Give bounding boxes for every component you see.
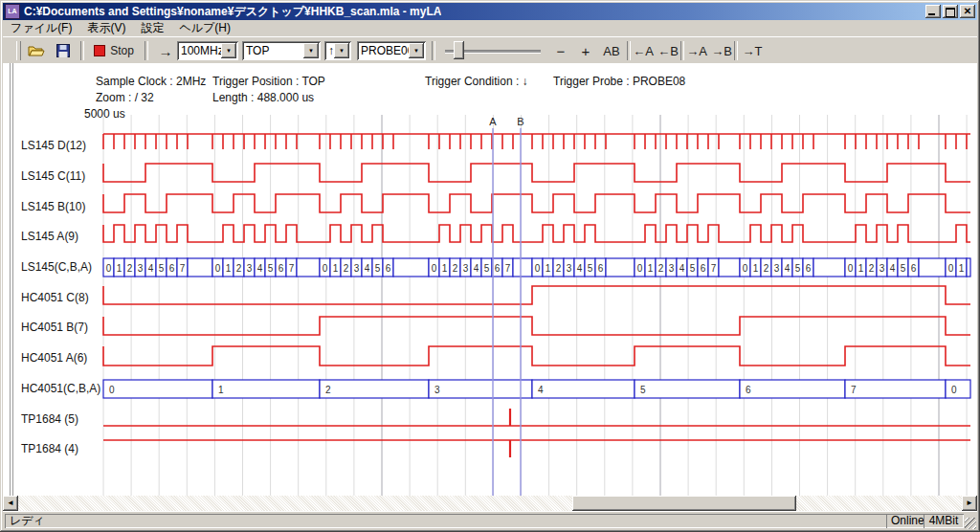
scroll-right-button[interactable]: ► [962, 496, 977, 511]
close-icon: ✕ [964, 6, 971, 16]
toolbar-grip[interactable] [16, 41, 21, 60]
run-button[interactable]: → [152, 40, 179, 61]
zoom-slider-thumb[interactable] [454, 41, 464, 59]
scroll-right-icon: ► [966, 499, 973, 507]
resize-grip[interactable] [965, 518, 976, 529]
set-cursor-a-button[interactable]: →A [684, 40, 709, 61]
minimize-button[interactable] [925, 5, 941, 18]
save-floppy-icon [56, 44, 70, 57]
menu-help[interactable]: ヘルプ(H) [171, 19, 238, 37]
chevron-down-icon[interactable]: ▼ [221, 43, 236, 58]
minimize-icon [928, 13, 935, 15]
title-bar[interactable]: LA C:¥Documents and Settings¥noname¥デスクト… [3, 3, 977, 20]
status-message-panel: レディ [5, 514, 887, 528]
waveform-client-area [3, 63, 977, 496]
zoom-out-button[interactable]: − [550, 40, 571, 61]
set-cursor-b-button[interactable]: →B [709, 40, 734, 61]
time-scale-label: 5000 us [84, 107, 125, 121]
stop-button[interactable]: Stop [88, 40, 140, 61]
status-memory-panel: 4MBit [924, 514, 964, 528]
window-title: C:¥Documents and Settings¥noname¥デスクトップ¥… [24, 4, 441, 20]
goto-cursor-a-button[interactable]: ←A [631, 40, 656, 61]
pane-divider [12, 63, 13, 496]
menu-settings[interactable]: 設定 [133, 19, 171, 37]
toolbar: Stop → 100MHz ▼ TOP ▼ ↑ ▼ PROBE00 ▼ − + … [3, 36, 977, 65]
length-info: Length : 488.000 us [212, 91, 314, 104]
close-button[interactable]: ✕ [960, 5, 975, 18]
save-button[interactable] [52, 40, 75, 61]
trigger-position-value: TOP [242, 44, 303, 57]
trigger-edge-combo[interactable]: ↑ ▼ [324, 41, 351, 60]
status-online-text: Online [891, 514, 924, 527]
sample-clock-combo[interactable]: 100MHz ▼ [177, 41, 238, 60]
open-folder-icon [28, 44, 45, 57]
ab-range-button[interactable]: AB [598, 40, 625, 61]
pane-divider [10, 63, 11, 496]
trigger-edge-value: ↑ [324, 44, 334, 57]
toolbar-separator [145, 41, 148, 60]
stop-label: Stop [110, 44, 134, 57]
maximize-icon [946, 8, 955, 17]
toolbar-separator [734, 41, 738, 60]
trigger-position-info: Trigger Position : TOP [212, 75, 325, 88]
toolbar-separator [432, 41, 435, 60]
app-window: LA C:¥Documents and Settings¥noname¥デスクト… [0, 0, 980, 532]
chevron-down-icon[interactable]: ▼ [303, 43, 319, 58]
scroll-left-button[interactable]: ◄ [3, 496, 18, 511]
horizontal-scrollbar[interactable]: ◄ ► [3, 496, 977, 511]
sample-clock-info: Sample Clock : 2MHz [96, 75, 206, 88]
chevron-down-icon[interactable]: ▼ [409, 43, 424, 58]
goto-trigger-button[interactable]: →T [740, 40, 765, 61]
toolbar-separator [80, 41, 84, 60]
trigger-condition-info: Trigger Condition : ↓ [425, 75, 528, 88]
stop-icon [94, 45, 105, 56]
status-memory-text: 4MBit [929, 514, 959, 527]
menu-view[interactable]: 表示(V) [79, 19, 133, 37]
sample-clock-value: 100MHz [177, 44, 221, 57]
scroll-left-icon: ◄ [7, 499, 14, 507]
trigger-probe-combo[interactable]: PROBE00 ▼ [357, 41, 426, 60]
open-file-button[interactable] [25, 40, 48, 61]
menu-file[interactable]: ファイル(F) [3, 19, 79, 37]
zoom-in-button[interactable]: + [575, 40, 596, 61]
menu-bar: ファイル(F) 表示(V) 設定 ヘルプ(H) [3, 20, 977, 36]
trigger-probe-info: Trigger Probe : PROBE08 [553, 75, 685, 88]
maximize-button[interactable] [943, 5, 958, 18]
zoom-info: Zoom : / 32 [96, 91, 154, 104]
chevron-down-icon[interactable]: ▼ [334, 43, 349, 58]
app-icon: LA [5, 4, 20, 19]
status-ready-text: レディ [10, 514, 45, 527]
scrollbar-thumb[interactable] [572, 496, 796, 511]
trigger-position-combo[interactable]: TOP ▼ [242, 41, 321, 60]
status-bar: レディ Online 4MBit [3, 511, 977, 530]
goto-cursor-b-button[interactable]: ←B [656, 40, 680, 61]
status-online-panel: Online [886, 514, 924, 528]
trigger-probe-value: PROBE00 [357, 44, 409, 57]
run-arrow-icon: → [159, 43, 173, 59]
